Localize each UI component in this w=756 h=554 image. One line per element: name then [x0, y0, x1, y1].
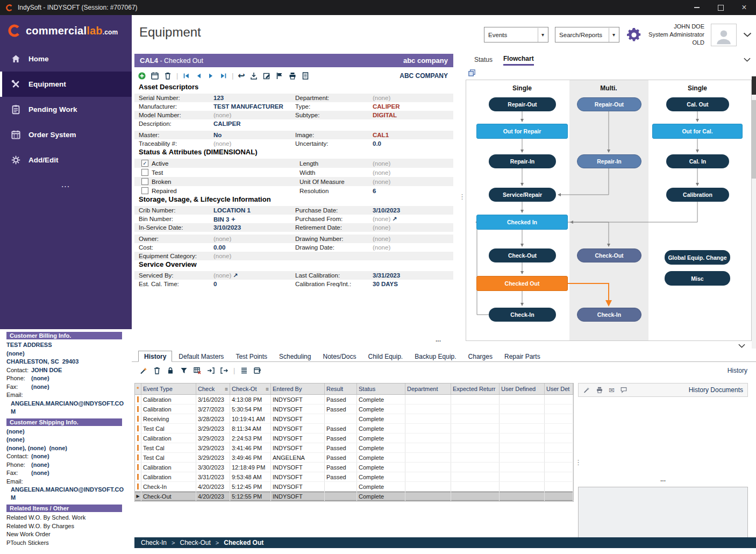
user-menu-chevron-icon[interactable]: [743, 32, 752, 37]
table-row[interactable]: Calibration3/27/20235:30:54 PMINDYSOFTPa…: [135, 404, 573, 414]
last-record-button[interactable]: [219, 72, 227, 80]
tab-notes-docs[interactable]: Notes/Docs: [317, 351, 361, 361]
sidebar-item-order-system[interactable]: Order System: [0, 122, 132, 147]
import-icon[interactable]: [206, 366, 215, 375]
flow-node-checked-out[interactable]: Checked Out: [476, 276, 568, 291]
column-header-status[interactable]: Status: [357, 383, 405, 394]
calendar-edit-icon[interactable]: [253, 366, 262, 375]
collapse-chevron-icon[interactable]: [744, 56, 751, 63]
tab-child-equip-[interactable]: Child Equip.: [363, 351, 409, 361]
edit-button[interactable]: [262, 72, 271, 80]
column-header-check-ot[interactable]: Check-Ot≡: [230, 383, 271, 394]
flow-node-repair-out[interactable]: Repair-Out: [489, 97, 556, 111]
check-out-flag-button[interactable]: [275, 72, 284, 80]
flow-node-out-for-cal-[interactable]: Out for Cal.: [652, 124, 743, 139]
related-link[interactable]: Related W.O. By Sched. Work: [0, 514, 132, 522]
column-header-department[interactable]: Department: [405, 383, 451, 394]
scrollbar-thumb[interactable]: [752, 100, 756, 179]
table-splitter-handle[interactable]: ⋮: [575, 458, 582, 466]
sidebar-item-pending-work[interactable]: Pending Work: [0, 97, 132, 122]
tab-scheduling[interactable]: Scheduling: [274, 351, 316, 361]
wand-tool-icon[interactable]: [583, 386, 590, 394]
table-row[interactable]: Calibration3/29/20232:24:53 PMINDYSOFTPa…: [135, 434, 573, 443]
billing-email-value[interactable]: ANGELENA.MARCIANO@INDYSOFT.COM: [0, 400, 126, 416]
detail-more-handle[interactable]: ...: [436, 336, 441, 343]
tab-repair-parts[interactable]: Repair Parts: [499, 351, 546, 361]
flow-node-misc[interactable]: Misc: [665, 271, 730, 286]
column-header-event-type[interactable]: Event Type: [141, 383, 196, 394]
sidebar-more-handle[interactable]: ...: [0, 181, 132, 189]
docs-more-handle[interactable]: ...: [578, 475, 748, 483]
comment-icon[interactable]: [620, 386, 627, 394]
column-menu-icon[interactable]: ≡: [266, 386, 269, 392]
checkbox-broken[interactable]: [141, 178, 148, 185]
table-row[interactable]: Test Cal3/29/20233:41:46 PMINDYSOFTPasse…: [135, 443, 573, 453]
documents-drop-area[interactable]: [578, 487, 748, 538]
table-row[interactable]: Receiving3/28/202310:19:41 AMINDYSOFTCom…: [135, 414, 573, 424]
first-record-button[interactable]: [182, 72, 190, 80]
close-button[interactable]: ×: [732, 0, 756, 15]
checkbox-repaired[interactable]: [141, 187, 148, 194]
filter-icon[interactable]: [180, 366, 188, 375]
scrollbar-thumb[interactable]: [752, 76, 756, 95]
add-bin-icon[interactable]: +: [229, 215, 235, 223]
column-menu-icon[interactable]: ≡: [225, 386, 228, 392]
copy-flowchart-icon[interactable]: [468, 69, 476, 79]
checkbox-active[interactable]: ✓: [141, 160, 148, 167]
print-button[interactable]: [288, 72, 297, 80]
flow-node-check-out[interactable]: Check-Out: [577, 248, 641, 262]
column-header-result[interactable]: Result: [325, 383, 357, 394]
print-icon[interactable]: [596, 386, 603, 394]
email-icon[interactable]: ✉: [609, 386, 615, 394]
grid-remove-icon[interactable]: [193, 366, 202, 375]
previous-record-button[interactable]: [195, 72, 203, 80]
table-row[interactable]: Calibration3/30/202312:18:49 PMINDYSOFTP…: [135, 463, 573, 472]
column-header-user-det[interactable]: User Det: [545, 383, 573, 394]
table-row[interactable]: Calibration3/16/20234:13:08 PMINDYSOFTPa…: [135, 395, 573, 404]
external-link-icon[interactable]: ↗: [231, 272, 238, 279]
tab-backup-equip-[interactable]: Backup Equip.: [409, 351, 461, 361]
sidebar-item-home[interactable]: Home: [0, 46, 132, 72]
user-avatar[interactable]: [711, 24, 737, 46]
undo-button[interactable]: ↩: [238, 72, 245, 80]
column-header-check[interactable]: Check≡: [196, 383, 230, 394]
wand-tool-icon[interactable]: [139, 366, 148, 375]
brand-logo[interactable]: commerciallab.com: [0, 15, 132, 46]
flow-node-checked-in[interactable]: Checked In: [476, 215, 568, 230]
report-document-button[interactable]: [301, 72, 310, 80]
export-icon[interactable]: [220, 366, 229, 375]
lock-icon[interactable]: [166, 366, 175, 375]
tab-history[interactable]: History: [138, 351, 172, 362]
table-row[interactable]: Test Cal3/29/20233:49:46 PMANGELENAPasse…: [135, 453, 573, 463]
flow-node-repair-in[interactable]: Repair-In: [577, 154, 641, 168]
events-dropdown[interactable]: Events ▾: [484, 27, 548, 42]
flow-node-repair-in[interactable]: Repair-In: [489, 154, 556, 168]
external-link-icon[interactable]: ↗: [390, 216, 397, 222]
delete-button[interactable]: [163, 72, 172, 80]
table-row[interactable]: Test Cal3/29/20238:11:34 AMINDYSOFTPasse…: [135, 424, 573, 434]
related-link[interactable]: PTouch Stickers: [0, 539, 132, 548]
flow-node-check-in[interactable]: Check-In: [577, 308, 641, 322]
minimize-button[interactable]: [685, 0, 709, 15]
flow-node-cal-out[interactable]: Cal. Out: [666, 97, 729, 111]
table-row[interactable]: ▶Check-Out4/20/20235:12:55 PMINDYSOFTCom…: [135, 492, 573, 501]
flow-node-out-for-repair[interactable]: Out for Repair: [476, 124, 568, 139]
shipping-email-value[interactable]: ANGELENA.MARCIANO@INDYSOFT.COM: [0, 486, 126, 502]
flow-node-service-repair[interactable]: Service/Repair: [489, 188, 556, 202]
checkbox-test[interactable]: [141, 169, 148, 176]
related-link[interactable]: New Work Order: [0, 530, 132, 539]
flow-node-cal-in[interactable]: Cal. In: [666, 154, 729, 168]
vertical-scrollbar[interactable]: [752, 75, 756, 350]
flow-node-global-equip-change[interactable]: Global Equip. Change: [665, 250, 730, 265]
table-row[interactable]: Check-In4/20/20235:12:45 PMINDYSOFTCompl…: [135, 482, 573, 492]
column-header-entered-by[interactable]: Entered By: [271, 383, 325, 394]
delete-history-icon[interactable]: [153, 366, 161, 375]
column-header-user-defined[interactable]: User Defined: [500, 383, 545, 394]
sidebar-item-add-edit[interactable]: Add/Edit: [0, 147, 132, 173]
tab-status[interactable]: Status: [474, 56, 493, 65]
column-header-expected-returr[interactable]: Expected Returr: [451, 383, 500, 394]
sidebar-item-equipment[interactable]: Equipment: [0, 72, 132, 97]
tab-flowchart[interactable]: Flowchart: [503, 55, 534, 66]
tab-charges[interactable]: Charges: [463, 351, 498, 361]
settings-gear-icon[interactable]: [626, 27, 642, 43]
